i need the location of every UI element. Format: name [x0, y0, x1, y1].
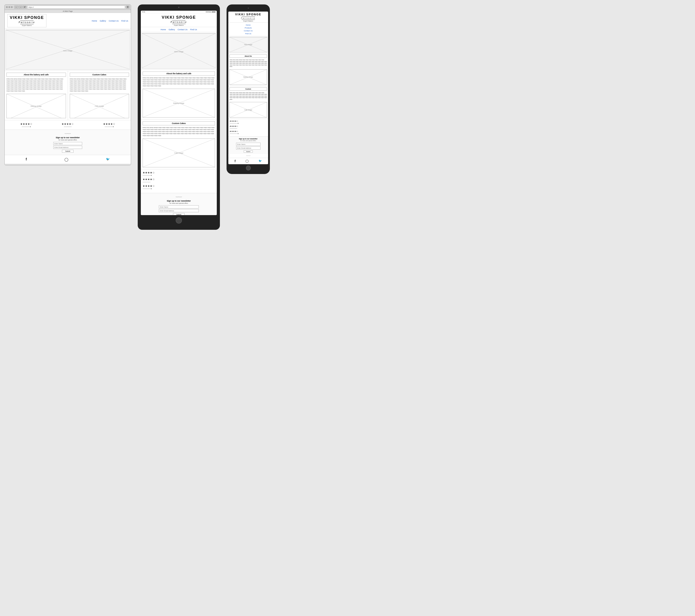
footer-instagram-desktop[interactable]: ◯	[64, 157, 68, 162]
tablet-review-3: ★★★★☆ ~~~~~~~~~~ &	[142, 184, 215, 189]
phone-logo-main: VIKKI SPONGE	[229, 13, 268, 16]
desktop-stars-3: ★★★★☆	[103, 122, 115, 126]
nav-findus-tablet[interactable]: Find Us	[190, 29, 197, 31]
tablet-reviewer-2: ~~~~~~~~~~	[142, 181, 215, 183]
desktop-cafe-image: Cafe Image	[70, 94, 129, 118]
newsletter-email-input-desktop[interactable]	[53, 146, 82, 149]
desktop-nav: Home Gallery Contact Us Find Us	[92, 20, 128, 22]
nav-home-desktop[interactable]: Home	[92, 20, 97, 22]
phone-logo-tagline: Expert Bakers	[229, 20, 268, 22]
phone-hero-label: Hero Image	[244, 44, 252, 45]
nav-gallery-desktop[interactable]: Gallery	[100, 20, 106, 22]
footer-twitter-phone[interactable]: 🐦	[258, 159, 262, 163]
phone-reviewer-1: ~~~~~~~~~~ &	[230, 123, 267, 124]
nav-findus-desktop[interactable]: Find Us	[121, 20, 128, 22]
phone-logo-sub: Patisserie	[229, 17, 268, 19]
phone-logo-line2	[242, 19, 255, 20]
desktop-custom-text: eretrp amrp aorep aroepa roepa roepa roe…	[70, 78, 129, 92]
nav-findus-phone[interactable]: Find Us	[245, 32, 251, 35]
phone-reviews: ★★★★☆ ~~~~~~~~~~ & ★★★★☆ ~~~~~~~~~~ ★★★★…	[228, 119, 268, 136]
desktop-about-col: About the bakery and cafe eretrp amrp ao…	[5, 71, 68, 120]
footer-twitter-desktop[interactable]: 🐦	[106, 157, 110, 162]
desktop-reviewer-1: ~~~~~~~~~~ &	[20, 126, 32, 127]
desktop-review-3: ★★★★☆ ~~~~~~~~~~ &	[103, 122, 115, 127]
browser-refresh[interactable]: ↺	[23, 5, 27, 9]
phone-footer: f ◯ 🐦	[228, 158, 268, 164]
phone-custom-section: Custom eretrp amrp aorep aroepa roepa ro…	[228, 86, 268, 119]
phone-stars-2: ★★★★☆	[230, 125, 267, 127]
desktop-reviewer-2: ~~~~~~~~~~	[62, 126, 74, 127]
footer-facebook-phone[interactable]: f	[235, 159, 236, 163]
tablet-wavy: 〰〰	[143, 195, 215, 199]
tablet-stars-3: ★★★★☆	[142, 184, 215, 187]
desktop-hero: Hero Image	[5, 30, 130, 70]
desktop-newsletter-title: Sign up to our newsletter	[7, 136, 129, 139]
browser-nav-buttons: ← → ↺	[14, 5, 27, 9]
tablet-reviewer-1: ~~~~~~~~~~ &	[142, 175, 215, 176]
tablet-logo-line2	[172, 24, 185, 24]
footer-facebook-desktop[interactable]: f	[26, 157, 27, 162]
browser-dot-green	[11, 6, 13, 8]
browser-forward[interactable]: →	[19, 5, 22, 9]
tablet-about-section: About the bakery and cafe eretrp amrp ao…	[141, 69, 217, 119]
tablet-logo-main: VIKKI SPONGE	[142, 15, 216, 20]
phone-review-1: ★★★★☆ ~~~~~~~~~~ &	[230, 120, 267, 124]
desktop-newsletter-sub: for news and special offers	[7, 139, 129, 141]
desktop-hero-label: Hero Image	[63, 50, 72, 52]
browser-title: A Web Page	[5, 10, 131, 13]
tablet-reviewer-3: ~~~~~~~~~~ &	[142, 188, 215, 189]
tablet-home-button[interactable]	[176, 217, 182, 223]
tablet-about-title: About the bakery and cafe	[142, 71, 215, 76]
phone-newsletter: Sign up to our newsletter for news and s…	[228, 136, 268, 154]
tablet-cafe-label: Cafe Image	[174, 152, 183, 154]
newsletter-name-input-phone[interactable]	[236, 143, 260, 146]
tablet-custom-title: Custom Cakes	[142, 121, 215, 125]
newsletter-email-input-tablet[interactable]	[159, 209, 199, 212]
nav-gallery-tablet[interactable]: Gallery	[169, 29, 175, 31]
tablet-newsletter-title: Sign up to our newsletter	[143, 200, 215, 202]
desktop-reviews: ★★★★☆ ~~~~~~~~~~ & ★★★★☆ ~~~~~~~~~~ ★★★★…	[5, 120, 131, 130]
phone-review-2: ★★★★☆ ~~~~~~~~~~	[230, 125, 267, 129]
phone-about-section: About the eretrp amrp aorep aroepa roepa…	[228, 53, 268, 86]
footer-instagram-phone[interactable]: ◯	[245, 159, 249, 163]
tablet-time: 9:41	[142, 11, 145, 13]
nav-contact-desktop[interactable]: Contact Us	[108, 20, 119, 22]
nav-home-phone[interactable]: Home	[246, 23, 251, 27]
desktop-stars-1: ★★★★☆	[20, 122, 32, 126]
browser-dot-red	[6, 6, 8, 8]
phone-header: VIKKI SPONGE Patisserie Expert Bakers	[228, 12, 268, 23]
browser-menu[interactable]: ☰	[126, 5, 130, 9]
newsletter-submit-phone[interactable]: Submit	[244, 150, 253, 153]
phone-logo-line	[242, 16, 255, 17]
phone-newsletter-title: Sign up to our newsletter	[230, 138, 267, 139]
desktop-bakery-image: Bakery Image	[6, 94, 66, 118]
newsletter-name-input-desktop[interactable]	[53, 142, 82, 145]
tablet-stars-2: ★★★★☆	[142, 178, 215, 181]
browser-back[interactable]: ←	[14, 5, 18, 9]
newsletter-submit-tablet[interactable]: Submit	[173, 213, 185, 215]
phone-custom-text: eretrp amrp aorep aroepa roepa roepa roe…	[230, 92, 267, 100]
tablet-hero: Hero Image	[142, 33, 216, 69]
tablet-newsletter-sub: for news and special offers	[143, 202, 215, 204]
nav-products-phone[interactable]: Products	[245, 27, 252, 29]
tablet-nav: Home Gallery Contact Us Find Us	[141, 27, 217, 32]
newsletter-email-input-phone[interactable]	[236, 147, 260, 150]
phone-home-button[interactable]	[246, 166, 251, 170]
nav-contact-tablet[interactable]: Contact Us	[177, 29, 187, 31]
newsletter-name-input-tablet[interactable]	[159, 205, 199, 209]
newsletter-submit-desktop[interactable]: Submit	[62, 150, 73, 153]
desktop-review-2: ★★★★☆ ~~~~~~~~~~	[62, 122, 74, 127]
phone-bakery-label: Bakery Image	[243, 76, 253, 78]
desktop-review-1: ★★★★☆ ~~~~~~~~~~ &	[20, 122, 32, 127]
tablet-camera	[178, 7, 180, 8]
phone-hero: Hero Image	[229, 37, 268, 52]
phone-device: VIKKI SPONGE Patisserie Expert Bakers Ho…	[226, 4, 270, 174]
phone-wavy: 〰〰	[228, 154, 268, 158]
browser-url-bar[interactable]: https://	[27, 5, 125, 9]
nav-contact-phone[interactable]: Contact Us	[244, 29, 253, 32]
desktop-logo-line	[20, 20, 34, 21]
nav-home-tablet[interactable]: Home	[160, 29, 166, 31]
desktop-newsletter-wavy: 〰〰	[7, 132, 129, 136]
desktop-browser: ← → ↺ https:// ☰ A Web Page VIKKI SPONGE…	[4, 4, 131, 165]
tablet-device: 9:41 SIGNAL ■■■■ VIKKI SPONGE Patisserie…	[138, 4, 220, 230]
